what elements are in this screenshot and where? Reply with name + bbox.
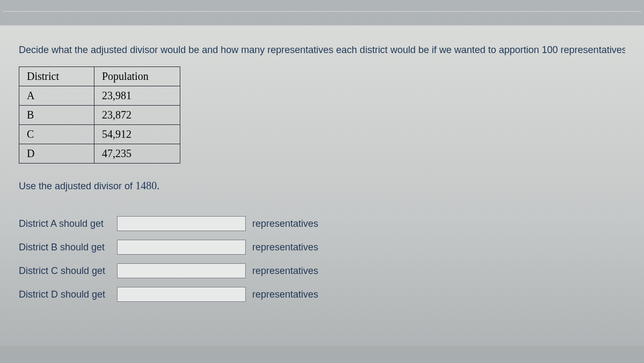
divisor-instruction: Use the adjusted divisor of 1480. xyxy=(19,180,625,192)
divisor-value: 1480. xyxy=(135,180,159,191)
population-cell: 47,235 xyxy=(94,144,180,164)
population-table: District Population A 23,981 B 23,872 C … xyxy=(19,66,180,164)
answer-section: District A should get representatives Di… xyxy=(19,216,625,302)
table-row: D 47,235 xyxy=(19,144,180,164)
outer-frame: Decide what the adjusted divisor would b… xyxy=(0,0,644,363)
table-row: C 54,912 xyxy=(19,125,180,144)
answer-row-b: District B should get representatives xyxy=(19,240,625,255)
population-cell: 23,872 xyxy=(94,106,180,125)
answer-suffix: representatives xyxy=(252,289,318,300)
answer-suffix: representatives xyxy=(252,242,318,253)
table-header-population: Population xyxy=(94,67,180,86)
answer-label: District A should get xyxy=(19,218,113,229)
answer-row-d: District D should get representatives xyxy=(19,287,625,302)
table-row: B 23,872 xyxy=(19,106,180,125)
district-cell: B xyxy=(19,106,94,125)
table-header-row: District Population xyxy=(19,67,180,86)
question-content: Decide what the adjusted divisor would b… xyxy=(0,25,644,347)
top-divider xyxy=(3,11,641,12)
population-cell: 54,912 xyxy=(94,125,180,144)
district-cell: C xyxy=(19,125,94,144)
question-prompt: Decide what the adjusted divisor would b… xyxy=(19,45,625,56)
table-row: A 23,981 xyxy=(19,86,180,106)
district-cell: A xyxy=(19,86,94,106)
answer-row-c: District C should get representatives xyxy=(19,263,625,278)
district-cell: D xyxy=(19,144,94,164)
population-cell: 23,981 xyxy=(94,86,180,106)
answer-label: District D should get xyxy=(19,289,113,300)
divisor-prefix: Use the adjusted divisor of xyxy=(19,181,135,191)
district-a-input[interactable] xyxy=(117,216,246,231)
district-c-input[interactable] xyxy=(117,263,246,278)
table-header-district: District xyxy=(19,67,94,86)
answer-label: District B should get xyxy=(19,242,113,253)
district-d-input[interactable] xyxy=(117,287,246,302)
district-b-input[interactable] xyxy=(117,240,246,255)
answer-label: District C should get xyxy=(19,265,113,277)
answer-suffix: representatives xyxy=(252,265,318,277)
answer-row-a: District A should get representatives xyxy=(19,216,625,231)
answer-suffix: representatives xyxy=(252,218,318,229)
